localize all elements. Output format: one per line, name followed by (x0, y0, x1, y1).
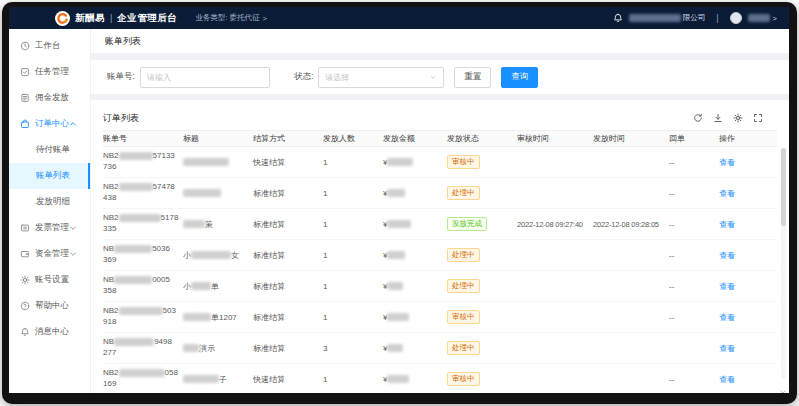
view-link[interactable]: 查看 (719, 189, 735, 198)
redacted-text (183, 220, 205, 228)
chevron-down-icon (429, 73, 437, 81)
receipt: -- (669, 189, 719, 198)
invoice-icon (20, 223, 30, 233)
sidebar-item-messages[interactable]: 消息中心 (9, 319, 90, 345)
status-cell: 处理中 (447, 248, 517, 262)
grant-amount: ¥ (383, 282, 447, 291)
redacted-company (629, 14, 681, 22)
status-cell: 审核中 (447, 155, 517, 169)
settle-method: 标准结算 (253, 219, 323, 230)
filter-bar: 账单号: 状态: 请选择 重置 查询 (91, 60, 789, 94)
receipt: -- (669, 375, 719, 384)
app-window: 新酬易 | 企业管理后台 业务类型: 委托代征 > 限公司 | > (9, 7, 789, 393)
redacted-text (114, 338, 154, 346)
column-header: 操作 (719, 133, 757, 144)
user-menu[interactable]: > (748, 14, 777, 23)
bill-no-label: 账单号: (107, 71, 135, 83)
scrollbar[interactable] (781, 148, 786, 379)
grant-count: 1 (323, 220, 383, 229)
download-icon[interactable] (713, 113, 723, 123)
gear-icon (20, 275, 30, 285)
help-icon (20, 301, 30, 311)
sidebar-item-commission[interactable]: 佣金发放 (9, 85, 90, 111)
bill-no-input[interactable] (140, 67, 270, 88)
grant-count: 1 (323, 158, 383, 167)
settle-method: 标准结算 (253, 188, 323, 199)
view-link[interactable]: 查看 (719, 220, 735, 229)
view-link[interactable]: 查看 (719, 282, 735, 291)
sidebar-item-account[interactable]: 账号设置 (9, 267, 90, 293)
action-cell: 查看 (719, 312, 757, 323)
app-title: 企业管理后台 (117, 12, 177, 25)
redacted-text (183, 189, 221, 197)
page-title: 账单列表 (105, 35, 141, 48)
menu-label: 任务管理 (35, 66, 69, 78)
redacted-text (183, 313, 211, 321)
bill-title (183, 189, 253, 198)
grant-amount: ¥ (383, 344, 447, 353)
sidebar-item-workbench[interactable]: 工作台 (9, 33, 90, 59)
refresh-icon[interactable] (693, 113, 703, 123)
sidebar-subitem-pending-bills[interactable]: 待付账单 (9, 137, 90, 163)
sidebar-item-orders[interactable]: 订单中心 (9, 111, 90, 137)
redacted-text (119, 307, 163, 315)
notification-bell-icon[interactable] (613, 13, 623, 23)
bill-number: NB2503918 (103, 306, 183, 328)
table-body: NB257133736快速结算1¥审核中--查看NB257478438标准结算1… (103, 147, 777, 393)
status-placeholder: 请选择 (325, 72, 349, 83)
user-avatar[interactable] (730, 12, 742, 24)
redacted-text (119, 369, 165, 377)
sidebar-item-help[interactable]: 帮助中心 (9, 293, 90, 319)
sidebar-item-funds[interactable]: 资金管理 (9, 241, 90, 267)
view-link[interactable]: 查看 (719, 251, 735, 260)
menu-label: 账号设置 (35, 274, 69, 286)
bill-title: 策 (183, 219, 253, 230)
topbar: 新酬易 | 企业管理后台 业务类型: 委托代征 > 限公司 | > (9, 7, 789, 29)
status-badge: 审核中 (447, 310, 480, 324)
view-link[interactable]: 查看 (719, 158, 735, 167)
status-select[interactable]: 请选择 (318, 67, 444, 88)
gear-icon[interactable] (733, 113, 743, 123)
scroll-down-icon[interactable] (779, 382, 787, 390)
table-row: NB2058169子快速结算1¥审核中--查看 (103, 364, 777, 393)
view-link[interactable]: 查看 (719, 344, 735, 353)
view-link[interactable]: 查看 (719, 313, 735, 322)
business-type-selector[interactable]: 业务类型: 委托代征 > (195, 13, 267, 23)
column-header: 发放人数 (323, 133, 383, 144)
menu-label: 帮助中心 (35, 300, 69, 312)
settle-method: 快速结算 (253, 374, 323, 385)
fullscreen-icon[interactable] (753, 113, 763, 123)
main-content: 账单列表 账单号: 状态: 请选择 重置 查询 (91, 29, 789, 393)
grant-count: 1 (323, 282, 383, 291)
view-link[interactable]: 查看 (719, 375, 735, 384)
grant-count: 3 (323, 344, 383, 353)
reset-button[interactable]: 重置 (454, 67, 491, 88)
status-label: 状态: (294, 71, 313, 83)
audit-time: 2022-12-08 09:27:40 (517, 220, 593, 229)
sidebar-item-invoices[interactable]: 发票管理 (9, 215, 90, 241)
receipt: -- (669, 220, 719, 229)
chevron-right-icon: > (773, 14, 777, 23)
order-icon (20, 119, 30, 129)
status-badge: 发放完成 (447, 217, 487, 231)
bill-number: NB25178335 (103, 213, 183, 235)
settle-method: 标准结算 (253, 281, 323, 292)
search-button[interactable]: 查询 (501, 67, 538, 88)
status-cell: 处理中 (447, 186, 517, 200)
status-badge: 处理中 (447, 186, 480, 200)
settle-method: 标准结算 (253, 312, 323, 323)
sidebar-subitem-grant-details[interactable]: 发放明细 (9, 189, 90, 215)
grant-time: 2022-12-08 09:28:05 (593, 220, 669, 229)
redacted-text (183, 344, 199, 352)
redacted-text (387, 158, 413, 166)
scrollbar-thumb[interactable] (781, 148, 786, 226)
sidebar-item-tasks[interactable]: 任务管理 (9, 59, 90, 85)
redacted-text (114, 245, 152, 253)
menu-label: 消息中心 (35, 326, 69, 338)
action-cell: 查看 (719, 188, 757, 199)
status-cell: 处理中 (447, 341, 517, 355)
sidebar-subitem-bill-list[interactable]: 账单列表 (9, 163, 90, 189)
topbar-divider-2: | (716, 13, 718, 23)
action-cell: 查看 (719, 250, 757, 261)
bill-title: 单1207 (183, 312, 253, 323)
